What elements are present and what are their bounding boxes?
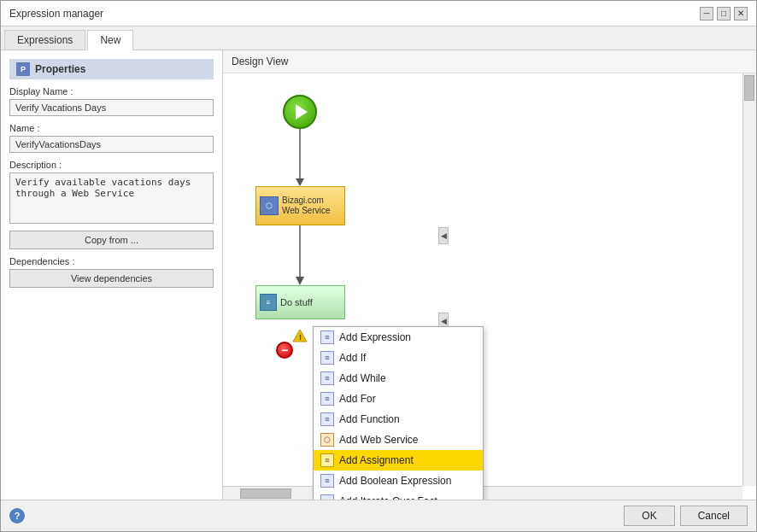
add-expression-icon: ≡ (320, 330, 334, 344)
properties-icon: P (16, 62, 30, 76)
menu-item-add-iterate-over-fact[interactable]: ≡ Add Iterate Over Fact (314, 491, 483, 500)
dependencies-group: Dependencies : View dependencies (9, 256, 214, 288)
minimize-button[interactable]: ─ (700, 7, 713, 20)
name-input[interactable] (9, 136, 214, 153)
do-stuff-node[interactable]: ≡ Do stuff (255, 285, 345, 319)
scrollbar-thumb-vertical[interactable] (744, 75, 754, 101)
description-label: Description : (9, 160, 214, 170)
add-if-icon: ≡ (320, 351, 334, 365)
do-stuff-icon: ≡ (260, 294, 277, 311)
display-name-label: Display Name : (9, 86, 214, 96)
ok-button[interactable]: OK (624, 506, 674, 526)
properties-header: P Properties (9, 59, 214, 79)
add-assignment-icon: ≡ (320, 453, 334, 467)
web-service-label: Bizagi.comWeb Service (282, 196, 331, 216)
menu-item-add-function[interactable]: ≡ Add Function (314, 409, 483, 430)
web-service-node[interactable]: ⬡ Bizagi.comWeb Service (255, 186, 345, 225)
add-for-icon: ≡ (320, 392, 334, 406)
title-bar-controls: ─ □ ✕ (700, 7, 748, 20)
copy-from-button[interactable]: Copy from ... (9, 231, 214, 249)
title-bar: Expression manager ─ □ ✕ (1, 1, 756, 26)
menu-item-add-expression[interactable]: ≡ Add Expression (314, 327, 483, 348)
dependencies-label: Dependencies : (9, 256, 214, 266)
footer: ? OK Cancel (1, 500, 756, 531)
help-button[interactable]: ? (9, 508, 25, 523)
vertical-scrollbar[interactable] (742, 73, 756, 486)
design-canvas[interactable]: ! ⬡ Bizagi.comWeb Service ≡ Do stuff − (223, 73, 756, 500)
add-boolean-expression-icon: ≡ (320, 474, 334, 488)
display-name-input[interactable] (9, 99, 214, 116)
menu-item-add-while[interactable]: ≡ Add While (314, 368, 483, 389)
menu-item-add-if[interactable]: ≡ Add If (314, 348, 483, 368)
web-service-icon: ⬡ (260, 196, 279, 215)
footer-buttons: OK Cancel (624, 506, 748, 526)
name-label: Name : (9, 123, 214, 133)
menu-item-add-for[interactable]: ≡ Add For (314, 389, 483, 409)
window-title: Expression manager (9, 8, 103, 20)
right-panel: Design View ! (223, 50, 756, 500)
display-name-group: Display Name : (9, 86, 214, 116)
left-panel: P Properties Display Name : Name : Descr… (1, 50, 223, 500)
main-content: P Properties Display Name : Name : Descr… (1, 50, 756, 500)
close-button[interactable]: ✕ (734, 7, 748, 20)
add-while-icon: ≡ (320, 371, 334, 385)
tab-bar: Expressions New (1, 26, 756, 50)
add-iterate-over-fact-icon: ≡ (320, 494, 334, 500)
add-web-service-icon: ⬡ (320, 433, 334, 447)
context-menu: ≡ Add Expression ≡ Add If ≡ Add While ≡ … (313, 326, 484, 500)
scrollbar-thumb-horizontal[interactable] (240, 488, 291, 499)
add-function-icon: ≡ (320, 412, 334, 426)
design-view-header: Design View (223, 50, 756, 73)
tab-new[interactable]: New (87, 30, 133, 50)
tab-expressions[interactable]: Expressions (4, 30, 85, 50)
svg-marker-1 (296, 178, 304, 186)
menu-item-add-web-service[interactable]: ⬡ Add Web Service (314, 430, 483, 450)
do-stuff-label: Do stuff (280, 297, 313, 307)
description-group: Description : Verify available vacations… (9, 160, 214, 224)
maximize-button[interactable]: □ (717, 7, 731, 20)
error-indicator: − (276, 342, 293, 359)
title-bar-left: Expression manager (9, 8, 103, 20)
svg-text:!: ! (299, 333, 302, 342)
menu-item-add-boolean-expression[interactable]: ≡ Add Boolean Expression (314, 471, 483, 491)
svg-marker-4 (293, 330, 307, 342)
view-dependencies-button[interactable]: View dependencies (9, 269, 214, 288)
description-textarea[interactable]: Verify available vacations days through … (9, 172, 214, 224)
menu-item-add-assignment[interactable]: ≡ Add Assignment (314, 450, 483, 471)
play-icon (296, 104, 308, 120)
main-window: Expression manager ─ □ ✕ Expressions New… (0, 0, 757, 532)
name-group: Name : (9, 123, 214, 153)
start-node (283, 95, 317, 129)
collapse-arrow-left[interactable]: ◀ (438, 227, 449, 244)
svg-marker-3 (296, 277, 304, 285)
footer-left: ? (9, 508, 25, 523)
cancel-button[interactable]: Cancel (680, 506, 748, 526)
